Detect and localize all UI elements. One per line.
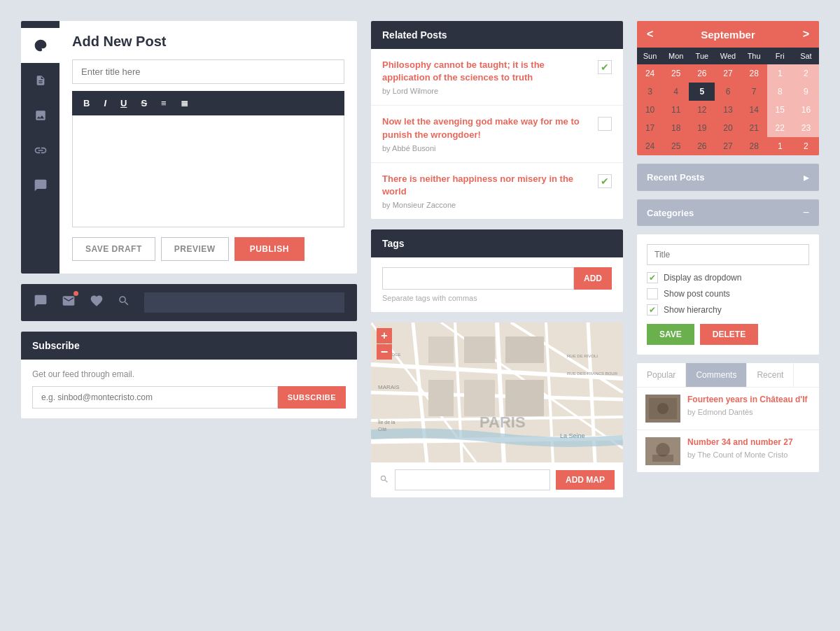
calendar-cell[interactable]: 26	[689, 64, 715, 83]
tags-input[interactable]	[382, 267, 574, 290]
related-post-item: Now let the avenging god make way for me…	[371, 106, 623, 162]
tab-post-item: Number 34 and number 27 by The Count of …	[637, 430, 819, 472]
sidebar-icon-comment[interactable]	[21, 168, 59, 203]
calendar-cell[interactable]: 12	[689, 101, 715, 119]
map-zoom-in[interactable]: +	[377, 328, 392, 343]
subscribe-email-input[interactable]	[32, 386, 278, 409]
calendar-cell[interactable]: 2	[793, 137, 819, 155]
subscribe-button[interactable]: SUBSCRIBE	[278, 386, 346, 409]
toolbar-list-ordered[interactable]: ≣	[178, 97, 191, 110]
cat-checkbox-dropdown[interactable]: ✔	[647, 272, 658, 283]
heart-icon[interactable]	[90, 294, 104, 311]
map-card: PARIS MARAIS Île de la Cité RUE DES FRAN…	[371, 322, 623, 497]
tab-comments[interactable]: Comments	[686, 363, 747, 387]
calendar-cell[interactable]: 5	[689, 83, 715, 101]
svg-text:RUE DES FRANCS BOUR: RUE DES FRANCS BOUR	[567, 371, 618, 376]
delete-category-button[interactable]: DELETE	[700, 324, 758, 345]
publish-button[interactable]: PUBLISH	[234, 237, 304, 261]
tab-post-title: Number 34 and number 27	[687, 437, 793, 448]
tab-post-thumbnail	[645, 437, 680, 465]
sidebar-icon-link[interactable]	[21, 133, 59, 168]
chat-icon[interactable]	[34, 294, 48, 311]
related-post-checkbox[interactable]: ✔	[598, 60, 612, 74]
category-title-input[interactable]	[647, 244, 809, 265]
save-category-button[interactable]: SAVE	[647, 324, 694, 345]
calendar-cell[interactable]: 18	[663, 119, 689, 137]
sidebar-icon-document[interactable]	[21, 63, 59, 98]
calendar-cell[interactable]: 28	[741, 137, 767, 155]
calendar-cell[interactable]: 2	[793, 64, 819, 83]
save-draft-button[interactable]: SAVE DRAFT	[72, 237, 155, 261]
add-tag-button[interactable]: ADD	[574, 267, 612, 290]
subscribe-description: Get our feed through email.	[32, 369, 346, 379]
mail-icon[interactable]	[62, 294, 76, 311]
calendar-cell[interactable]: 23	[793, 119, 819, 137]
toolbar-list-unordered[interactable]: ≡	[158, 97, 169, 110]
calendar-header: < September >	[637, 21, 819, 48]
calendar-cell[interactable]: 16	[793, 101, 819, 119]
calendar-cell[interactable]: 11	[663, 101, 689, 119]
preview-button[interactable]: PREVIEW	[161, 237, 229, 261]
calendar-cell[interactable]: 8	[767, 83, 793, 101]
sidebar-icon-palette[interactable]	[21, 28, 59, 63]
calendar-cell[interactable]: 27	[715, 64, 741, 83]
sidebar-icon-image[interactable]	[21, 98, 59, 133]
calendar-cell[interactable]: 20	[715, 119, 741, 137]
calendar-prev[interactable]: <	[647, 28, 653, 41]
calendar-cell[interactable]: 24	[637, 137, 663, 155]
calendar-cell[interactable]: 13	[715, 101, 741, 119]
calendar-cell[interactable]: 10	[637, 101, 663, 119]
post-editor[interactable]	[72, 115, 344, 227]
toolbar-underline[interactable]: U	[118, 97, 130, 110]
calendar-cell[interactable]: 25	[663, 137, 689, 155]
cat-checkbox-counts[interactable]	[647, 288, 658, 299]
related-post-checkbox[interactable]	[598, 117, 612, 131]
cat-checkbox-hierarchy[interactable]: ✔	[647, 304, 658, 316]
svg-text:Île de la: Île de la	[377, 419, 396, 425]
map-zoom-out[interactable]: −	[377, 344, 392, 360]
recent-posts-label: Recent Posts	[647, 172, 704, 183]
calendar-cell[interactable]: 27	[715, 137, 741, 155]
calendar-cell[interactable]: 6	[715, 83, 741, 101]
calendar-cell[interactable]: 14	[741, 101, 767, 119]
calendar-cell[interactable]: 28	[741, 64, 767, 83]
calendar-cell[interactable]: 15	[767, 101, 793, 119]
toolbar-strikethrough[interactable]: S	[138, 97, 150, 110]
add-map-button[interactable]: ADD MAP	[556, 470, 615, 490]
calendar-cell[interactable]: 22	[767, 119, 793, 137]
calendar-cell[interactable]: 26	[689, 137, 715, 155]
calendar-cell[interactable]: 3	[637, 83, 663, 101]
calendar-cell[interactable]: 17	[637, 119, 663, 137]
calendar-cell[interactable]: 21	[741, 119, 767, 137]
toolbar-italic[interactable]: I	[101, 97, 109, 110]
toolbar-bold[interactable]: B	[80, 97, 92, 110]
post-title-input[interactable]	[72, 59, 344, 84]
calendar-cell[interactable]: 24	[637, 64, 663, 83]
calendar-cell[interactable]: 4	[663, 83, 689, 101]
tab-popular[interactable]: Popular	[637, 363, 686, 387]
related-post-content: Now let the avenging god make way for me…	[382, 115, 591, 152]
categories-toggle-icon[interactable]: −	[803, 206, 809, 219]
related-post-title: There is neither happiness nor misery in…	[382, 173, 591, 198]
related-post-checkbox[interactable]: ✔	[598, 174, 612, 188]
calendar-cell[interactable]: 25	[663, 64, 689, 83]
svg-rect-18	[464, 336, 495, 363]
svg-rect-17	[428, 336, 454, 363]
toolbar-search-input[interactable]	[144, 292, 344, 313]
mail-badge	[74, 291, 78, 296]
svg-text:La Seine: La Seine	[560, 432, 585, 439]
calendar-cell[interactable]: 1	[767, 137, 793, 155]
search-icon[interactable]	[118, 295, 130, 311]
calendar-next[interactable]: >	[803, 28, 809, 41]
recent-posts-toggle-icon[interactable]: ▸	[804, 171, 809, 184]
subscribe-card: Subscribe Get our feed through email. SU…	[21, 332, 357, 418]
calendar-cell[interactable]: 9	[793, 83, 819, 101]
svg-rect-20	[428, 380, 454, 416]
calendar-cell[interactable]: 7	[741, 83, 767, 101]
tab-post-author: by The Count of Monte Cristo	[687, 451, 793, 459]
tab-recent[interactable]: Recent	[747, 363, 794, 387]
calendar-cell[interactable]: 19	[689, 119, 715, 137]
map-search-input[interactable]	[395, 469, 550, 490]
calendar-cell[interactable]: 1	[767, 64, 793, 83]
svg-rect-36	[652, 455, 673, 462]
